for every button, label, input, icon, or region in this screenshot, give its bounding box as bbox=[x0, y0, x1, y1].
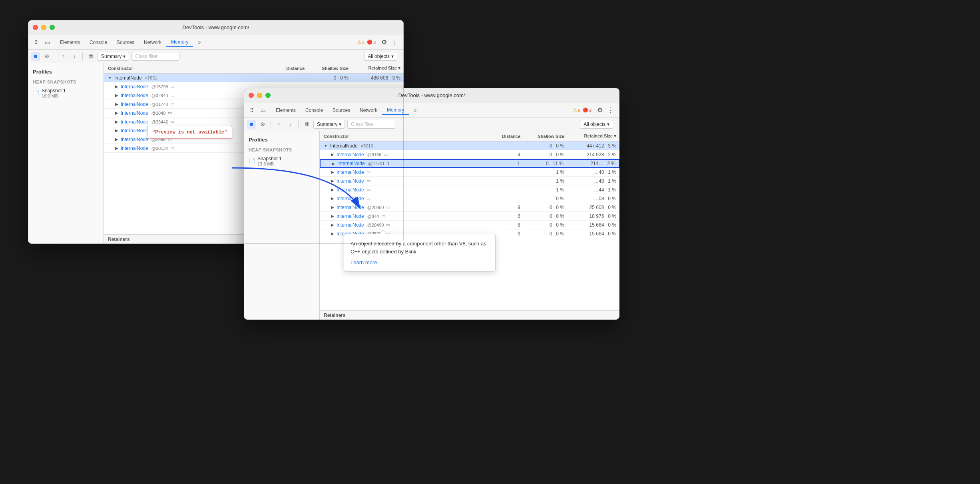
tab-elements-1[interactable]: Elements bbox=[55, 38, 85, 47]
tooltip-box-2: An object allocated by a component other… bbox=[344, 234, 496, 272]
collect-btn-2[interactable]: 🗑 bbox=[302, 120, 311, 129]
sep-2 bbox=[82, 53, 83, 60]
class-filter-2[interactable]: Class filter bbox=[347, 120, 395, 129]
memory-toolbar-1: ⏺ ⊘ ↑ ↓ 🗑 Summary ▾ Class filter All obj… bbox=[28, 50, 404, 63]
more-icon-1[interactable]: ⋮ bbox=[389, 38, 400, 46]
tab-console-2[interactable]: Console bbox=[301, 106, 328, 115]
table-header-2: Constructor Distance Shallow Size Retain… bbox=[320, 131, 619, 141]
inspector-icon-2[interactable]: ⠿ bbox=[247, 106, 257, 115]
badge-container-1: ⚠ 3 🔴 3 bbox=[357, 40, 376, 45]
title-bar-1: DevTools - www.google.com/ bbox=[28, 20, 404, 35]
col-header-shallow-1: Shallow Size bbox=[308, 66, 352, 71]
all-objects-dropdown-1[interactable]: All objects ▾ bbox=[364, 52, 397, 61]
tab-sources-1[interactable]: Sources bbox=[112, 38, 139, 47]
minimize-button-1[interactable] bbox=[41, 25, 46, 30]
expand-arrow[interactable]: ▶ bbox=[115, 120, 118, 124]
learn-more-link[interactable]: Learn more bbox=[351, 259, 377, 265]
col-header-constructor-1: Constructor bbox=[104, 66, 276, 71]
more-icon-2[interactable]: ⋮ bbox=[605, 106, 616, 114]
devtools-tabs-2: ⠿ ▭ Elements Console Sources Network Mem… bbox=[244, 103, 619, 118]
table-header-1: Constructor Distance Shallow Size Retain… bbox=[104, 63, 404, 74]
upload-btn-2[interactable]: ↑ bbox=[275, 120, 283, 129]
device-icon-2[interactable]: ▭ bbox=[258, 106, 268, 115]
col-header-retained-1: Retained Size ▾ bbox=[352, 66, 404, 71]
clear-btn-1[interactable]: ⊘ bbox=[42, 52, 51, 61]
sidebar-1: Profiles HEAP SNAPSHOTS 📄 Snapshot 1 16.… bbox=[28, 63, 104, 244]
preview-not-available-box: "Preview is not available" bbox=[147, 126, 232, 139]
summary-dropdown-1[interactable]: Summary ▾ bbox=[98, 52, 129, 61]
expand-arrow[interactable]: ▶ bbox=[115, 111, 118, 115]
sep-1 bbox=[55, 53, 55, 60]
tab-sources-2[interactable]: Sources bbox=[328, 106, 355, 115]
sep-4 bbox=[298, 121, 299, 128]
settings-icon-2[interactable]: ⚙ bbox=[595, 106, 605, 114]
expand-arrow[interactable]: ▼ bbox=[108, 76, 112, 80]
snapshot-info-1: Snapshot 1 16.0 MB bbox=[42, 88, 66, 98]
retainers-bar-2: Retainers bbox=[320, 310, 619, 320]
expand-arrow[interactable]: ▶ bbox=[115, 137, 118, 141]
badge-container-2: ⚠ 6 🔴 2 bbox=[573, 108, 592, 113]
col-header-shallow-2: Shallow Size bbox=[524, 134, 568, 139]
expand-arrow[interactable]: ▶ bbox=[115, 84, 118, 89]
title-bar-2: DevTools - www.google.com/ bbox=[244, 88, 619, 103]
tab-network-2[interactable]: Network bbox=[355, 106, 382, 115]
class-filter-1[interactable]: Class filter bbox=[131, 52, 179, 61]
warn-badge-1: ⚠ 3 bbox=[357, 40, 365, 45]
minimize-button-2[interactable] bbox=[257, 93, 262, 98]
err-badge-2: 🔴 2 bbox=[583, 108, 592, 113]
expand-arrow[interactable]: ▶ bbox=[115, 93, 118, 98]
download-btn-2[interactable]: ↓ bbox=[286, 120, 295, 129]
snapshot-icon-1: 📄 bbox=[33, 90, 39, 96]
devtools-tabs-1: ⠿ ▭ Elements Console Sources Network Mem… bbox=[28, 35, 404, 50]
col-header-constructor-2: Constructor bbox=[320, 134, 492, 139]
expand-arrow[interactable]: ▶ bbox=[115, 146, 118, 150]
col-header-distance-1: Distance bbox=[276, 66, 308, 71]
expand-arrow[interactable]: ▶ bbox=[331, 231, 334, 236]
sep-3 bbox=[271, 121, 271, 128]
tab-console-1[interactable]: Console bbox=[85, 38, 112, 47]
close-button-1[interactable] bbox=[33, 25, 38, 30]
tooltip-text-2: An object allocated by a component other… bbox=[351, 240, 489, 255]
err-badge-1: 🔴 3 bbox=[367, 40, 376, 45]
tab-network-1[interactable]: Network bbox=[139, 38, 166, 47]
maximize-button-1[interactable] bbox=[50, 25, 55, 30]
collect-btn-1[interactable]: 🗑 bbox=[86, 52, 95, 61]
upload-btn-1[interactable]: ↑ bbox=[59, 52, 68, 61]
snapshot-item-1[interactable]: 📄 Snapshot 1 16.0 MB bbox=[28, 86, 104, 100]
expand-arrow[interactable]: ▶ bbox=[115, 128, 118, 133]
clear-btn-2[interactable]: ⊘ bbox=[258, 120, 267, 129]
window-title-2: DevTools - www.google.com/ bbox=[398, 92, 465, 98]
inspector-icon-1[interactable]: ⠿ bbox=[31, 38, 41, 47]
memory-toolbar-2: ⏺ ⊘ ↑ ↓ 🗑 Summary ▾ Class filter All obj… bbox=[244, 118, 619, 131]
summary-dropdown-2[interactable]: Summary ▾ bbox=[313, 120, 345, 129]
blue-arrow-svg bbox=[208, 144, 376, 232]
tab-elements-2[interactable]: Elements bbox=[271, 106, 301, 115]
heap-snapshots-section-1: HEAP SNAPSHOTS bbox=[28, 76, 104, 86]
tab-more-1[interactable]: » bbox=[193, 38, 205, 47]
maximize-button-2[interactable] bbox=[265, 93, 271, 98]
profiles-title-2: Profiles bbox=[244, 135, 319, 144]
tab-more-2[interactable]: » bbox=[409, 106, 421, 115]
table-row[interactable]: ▼InternalNode×7851 – 0 0 % 486 608 3 % bbox=[104, 74, 404, 82]
expand-arrow[interactable]: ▶ bbox=[115, 102, 118, 106]
download-btn-1[interactable]: ↓ bbox=[70, 52, 79, 61]
close-button-2[interactable] bbox=[249, 93, 254, 98]
window-title-1: DevTools - www.google.com/ bbox=[183, 24, 249, 30]
record-btn-2[interactable]: ⏺ bbox=[247, 120, 256, 129]
record-btn-1[interactable]: ⏺ bbox=[31, 52, 40, 61]
col-header-distance-2: Distance bbox=[492, 134, 524, 139]
traffic-lights-2 bbox=[249, 93, 271, 98]
warn-badge-2: ⚠ 6 bbox=[573, 108, 580, 113]
tab-memory-2[interactable]: Memory bbox=[382, 106, 409, 115]
all-objects-dropdown-2[interactable]: All objects ▾ bbox=[580, 120, 613, 129]
tab-memory-1[interactable]: Memory bbox=[166, 38, 193, 47]
traffic-lights-1 bbox=[33, 25, 55, 30]
device-icon-1[interactable]: ▭ bbox=[42, 38, 52, 47]
settings-icon-1[interactable]: ⚙ bbox=[379, 38, 389, 46]
profiles-title-1: Profiles bbox=[28, 67, 104, 76]
col-header-retained-2: Retained Size ▾ bbox=[568, 133, 619, 139]
